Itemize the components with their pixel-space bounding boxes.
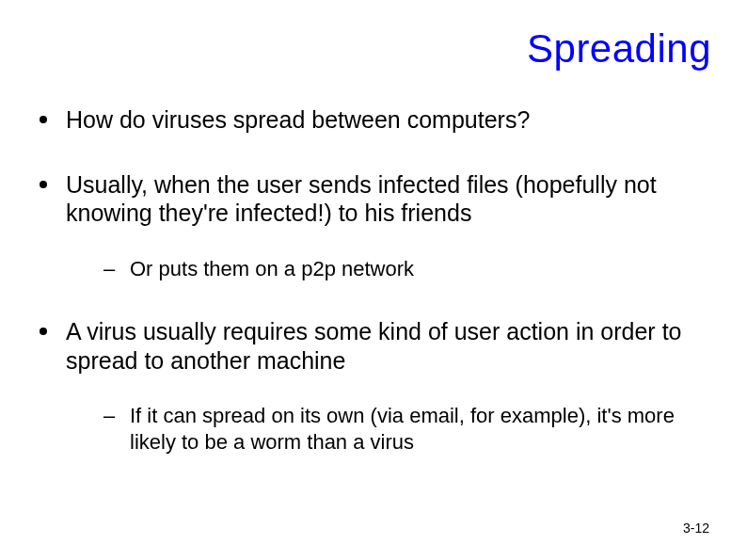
- sub-bullet-item: Or puts them on a p2p network: [103, 256, 717, 282]
- bullet-item: A virus usually requires some kind of us…: [38, 317, 717, 455]
- page-number: 3-12: [683, 520, 709, 536]
- slide: Spreading How do viruses spread between …: [0, 0, 747, 560]
- sub-bullet-list: Or puts them on a p2p network: [66, 256, 717, 282]
- bullet-item: How do viruses spread between computers?: [38, 105, 717, 135]
- sub-bullet-item: If it can spread on its own (via email, …: [103, 403, 717, 455]
- slide-title: Spreading: [30, 26, 717, 72]
- bullet-text: A virus usually requires some kind of us…: [66, 318, 681, 374]
- sub-bullet-text: If it can spread on its own (via email, …: [130, 404, 675, 454]
- sub-bullet-text: Or puts them on a p2p network: [130, 257, 414, 280]
- bullet-list: How do viruses spread between computers?…: [30, 105, 717, 455]
- sub-bullet-list: If it can spread on its own (via email, …: [66, 403, 717, 455]
- bullet-text: How do viruses spread between computers?: [66, 106, 530, 133]
- bullet-text: Usually, when the user sends infected fi…: [66, 171, 657, 227]
- bullet-item: Usually, when the user sends infected fi…: [38, 170, 717, 282]
